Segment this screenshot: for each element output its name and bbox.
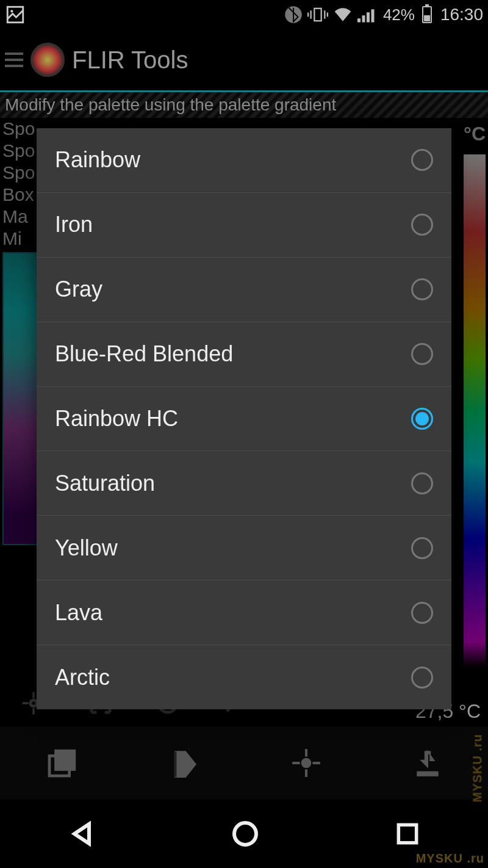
vibrate-icon	[307, 5, 328, 24]
svg-rect-28	[398, 825, 416, 842]
hint-bar: Modify the palette using the palette gra…	[0, 92, 488, 118]
radio-icon[interactable]	[411, 149, 433, 171]
palette-dialog: RainbowIronGrayBlue-Red BlendedRainbow H…	[37, 128, 451, 709]
bluetooth-icon	[284, 5, 303, 24]
watermark: MYSKU .ru	[416, 852, 484, 866]
radio-icon[interactable]	[411, 602, 433, 624]
palette-option-rainbow-hc[interactable]: Rainbow HC	[37, 387, 451, 452]
app-logo	[30, 43, 65, 77]
svg-rect-10	[367, 12, 370, 22]
radio-icon[interactable]	[411, 472, 433, 494]
svg-point-12	[30, 700, 37, 706]
palette-option-label: Gray	[55, 277, 102, 302]
palette-option-rainbow[interactable]: Rainbow	[37, 128, 451, 193]
palette-option-yellow[interactable]: Yellow	[37, 516, 451, 580]
palette-option-label: Blue-Red Blended	[55, 341, 233, 367]
battery-icon	[422, 6, 432, 23]
radio-icon[interactable]	[411, 667, 433, 689]
bottom-toolbar	[0, 726, 488, 800]
palette-option-label: Iron	[55, 212, 93, 237]
radio-icon[interactable]	[411, 343, 433, 365]
picture-icon	[5, 4, 26, 25]
svg-point-21	[303, 759, 310, 767]
measurement-row: Ma	[2, 206, 37, 228]
measurement-row: Spo	[2, 162, 37, 184]
wifi-icon	[333, 6, 353, 23]
svg-rect-11	[371, 9, 374, 22]
palette-option-label: Lava	[55, 600, 102, 626]
palette-option-gray[interactable]: Gray	[37, 258, 451, 322]
battery-percent: 42%	[383, 5, 415, 24]
palette-option-iron[interactable]: Iron	[37, 193, 451, 258]
svg-rect-0	[7, 7, 23, 23]
palette-option-saturation[interactable]: Saturation	[37, 451, 451, 516]
svg-rect-3	[314, 9, 321, 21]
app-bar: FLIR Tools	[0, 29, 488, 90]
palette-option-label: Saturation	[55, 471, 155, 496]
measurement-row: Spo	[2, 140, 37, 162]
palette-option-lava[interactable]: Lava	[37, 580, 451, 645]
palette-icon[interactable]	[170, 746, 201, 780]
palette-gradient[interactable]	[464, 154, 486, 667]
svg-point-1	[10, 10, 13, 12]
status-bar: 42% 16:30	[0, 0, 488, 29]
palette-option-label: Rainbow HC	[55, 406, 178, 432]
svg-rect-9	[362, 15, 365, 22]
palette-option-label: Arctic	[55, 665, 110, 690]
clock: 16:30	[440, 5, 483, 24]
app-title: FLIR Tools	[72, 46, 188, 74]
palette-option-blue-red-blended[interactable]: Blue-Red Blended	[37, 322, 451, 387]
back-button[interactable]	[67, 819, 96, 848]
palette-option-arctic[interactable]: Arctic	[37, 645, 451, 709]
svg-rect-8	[357, 18, 361, 22]
radio-icon[interactable]	[411, 214, 433, 236]
unit-label: °C	[464, 123, 486, 145]
radio-icon[interactable]	[411, 537, 433, 559]
radio-icon[interactable]	[411, 408, 433, 430]
hint-text: Modify the palette using the palette gra…	[5, 95, 336, 115]
measurement-row: Box	[2, 184, 37, 206]
measurement-row: Spo	[2, 118, 37, 140]
signal-icon	[357, 6, 376, 23]
svg-point-27	[234, 823, 256, 845]
svg-rect-20	[56, 750, 76, 770]
home-button[interactable]	[231, 819, 260, 848]
target-icon[interactable]	[291, 748, 321, 778]
palette-option-label: Rainbow	[55, 147, 140, 173]
measurement-row: Mi	[2, 228, 37, 250]
recent-button[interactable]	[394, 820, 421, 847]
svg-rect-26	[417, 772, 437, 776]
radio-icon[interactable]	[411, 278, 433, 300]
download-icon[interactable]	[412, 748, 443, 778]
nav-bar	[0, 800, 488, 868]
stack-icon[interactable]	[45, 746, 79, 780]
palette-option-label: Yellow	[55, 535, 118, 561]
hamburger-icon[interactable]	[5, 52, 23, 67]
watermark-side: MYSKU .ru	[470, 734, 484, 802]
